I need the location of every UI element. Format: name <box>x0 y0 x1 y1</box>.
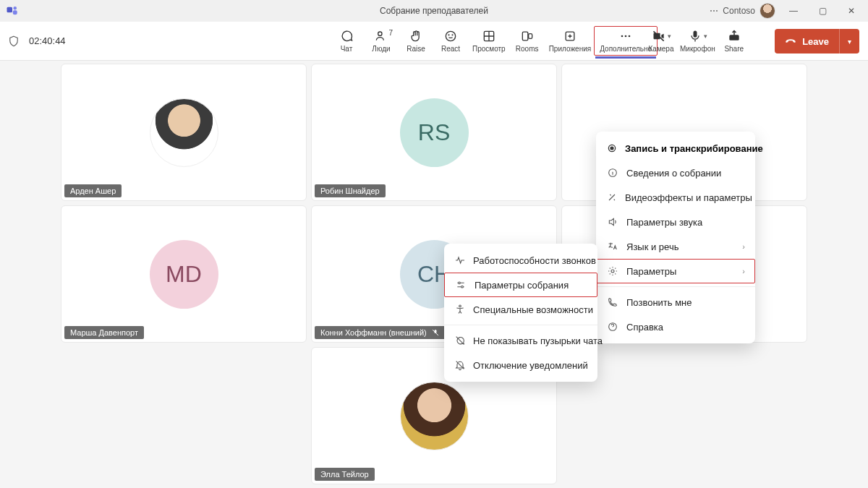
sparkle-icon <box>606 191 618 204</box>
chevron-down-icon: ▾ <box>668 33 671 40</box>
muted-icon <box>431 328 440 337</box>
react-button[interactable]: React <box>433 27 468 54</box>
svg-point-27 <box>461 286 464 288</box>
participant-name-tag: Марша Давенпорт <box>64 326 144 339</box>
record-icon <box>606 142 618 155</box>
menu-separator <box>444 325 597 325</box>
svg-point-26 <box>459 282 461 284</box>
more-active-underline <box>595 56 656 59</box>
svg-rect-9 <box>528 34 532 39</box>
rooms-icon <box>520 29 535 43</box>
participant-avatar <box>400 382 469 450</box>
menu-separator <box>596 286 755 287</box>
microphone-icon: ▾ <box>688 29 707 43</box>
menu-item-meeting-info[interactable]: Сведения о собрании <box>596 160 755 185</box>
svg-rect-16 <box>729 35 739 40</box>
chevron-right-icon: › <box>742 267 745 275</box>
view-icon <box>482 29 496 43</box>
apps-button[interactable]: Приложения <box>545 27 596 54</box>
teams-app-icon <box>6 4 19 17</box>
menu-item-video-effects[interactable]: Видеоэффекты и параметры <box>596 185 755 210</box>
sliders-icon <box>454 278 467 291</box>
participant-name-tag: Робин Шнайдер <box>315 184 386 197</box>
participant-tile[interactable]: MD Марша Давенпорт <box>61 205 307 343</box>
hangup-icon <box>785 35 796 47</box>
raise-hand-button[interactable]: Raise <box>399 27 433 54</box>
leave-button[interactable]: Leave ▾ <box>775 29 859 53</box>
view-button[interactable]: Просмотр <box>468 27 510 54</box>
participant-name-tag: Арден Ашер <box>64 184 122 197</box>
share-button[interactable]: Share <box>718 27 750 54</box>
phone-icon <box>606 296 619 309</box>
speaker-icon <box>606 215 619 228</box>
chevron-down-icon: ▾ <box>704 33 707 40</box>
svg-rect-0 <box>7 7 13 13</box>
camera-off-icon: ▾ <box>652 29 671 43</box>
share-icon <box>727 29 741 43</box>
participant-name-tag: Элла Тейлор <box>315 468 375 481</box>
settings-submenu: Работоспособности звонков Параметры собр… <box>444 244 597 382</box>
svg-point-5 <box>448 35 449 35</box>
gear-icon <box>606 265 619 278</box>
raise-hand-icon <box>409 29 423 43</box>
people-count: 7 <box>388 29 393 37</box>
camera-button[interactable]: ▾ Камера <box>645 27 677 54</box>
menu-item-mute-notifications[interactable]: Отключение уведомлений <box>444 353 597 377</box>
participant-avatar <box>150 98 218 167</box>
svg-point-4 <box>446 31 455 40</box>
window-close-button[interactable]: ✕ <box>841 6 862 16</box>
svg-point-22 <box>610 147 613 150</box>
svg-point-28 <box>459 305 461 307</box>
leave-dropdown[interactable]: ▾ <box>839 29 859 53</box>
chat-off-icon <box>454 334 466 347</box>
participant-tile[interactable]: RS Робин Шнайдер <box>311 64 557 201</box>
chevron-down-icon: ▾ <box>848 38 851 46</box>
window-minimize-button[interactable]: — <box>783 6 804 16</box>
chevron-right-icon: › <box>742 242 745 251</box>
profile-avatar[interactable] <box>760 3 775 19</box>
rooms-button[interactable]: Rooms <box>510 27 545 54</box>
participant-tile[interactable]: Арден Ашер <box>61 64 307 201</box>
bell-off-icon <box>454 359 466 372</box>
apps-icon <box>563 29 577 43</box>
more-icon <box>618 29 633 43</box>
menu-item-hide-bubbles[interactable]: Не показывать пузырьки чата <box>444 328 597 353</box>
svg-point-12 <box>625 35 627 38</box>
participant-name-tag: Конни Хоффманн (внешний) <box>315 326 446 339</box>
svg-rect-15 <box>693 31 697 38</box>
svg-point-24 <box>611 270 614 273</box>
menu-item-meeting-options[interactable]: Параметры собрания <box>444 273 597 297</box>
menu-item-call-health[interactable]: Работоспособности звонков <box>444 248 597 273</box>
svg-rect-8 <box>522 32 528 40</box>
meeting-timer: 02:40:44 <box>29 35 66 46</box>
pulse-icon <box>454 254 466 267</box>
svg-rect-2 <box>13 10 17 14</box>
svg-point-1 <box>14 7 17 10</box>
chat-icon <box>339 29 354 43</box>
privacy-shield-icon[interactable] <box>7 35 20 48</box>
microphone-button[interactable]: ▾ Микрофон <box>677 27 718 54</box>
window-maximize-button[interactable]: ▢ <box>812 6 833 16</box>
svg-point-13 <box>629 35 631 38</box>
video-stage: Арден Ашер RS Робин Шнайдер MD Марша Дав… <box>0 61 868 488</box>
people-button[interactable]: 7 Люди <box>364 27 399 54</box>
menu-item-language[interactable]: Язык и речь › <box>596 234 755 259</box>
menu-item-call-me[interactable]: Позвонить мне <box>596 290 755 314</box>
menu-item-accessibility[interactable]: Специальные возможности <box>444 297 597 322</box>
meeting-toolbar: 02:40:44 Чат 7 Люди Raise React Просмотр <box>0 22 868 61</box>
info-icon <box>606 166 619 179</box>
svg-point-11 <box>621 35 624 38</box>
more-menu: Запись и транскрибирование Сведения о со… <box>596 132 755 343</box>
leave-label: Leave <box>802 36 829 47</box>
menu-item-record[interactable]: Запись и транскрибирование <box>596 136 755 160</box>
meeting-title: Собрание преподавателей <box>380 6 488 16</box>
ellipsis-icon[interactable]: ⋯ <box>710 6 718 16</box>
accessibility-icon <box>454 303 466 316</box>
react-icon <box>443 29 458 43</box>
help-icon <box>606 320 619 333</box>
chat-button[interactable]: Чат <box>329 27 364 54</box>
menu-item-settings[interactable]: Параметры › <box>596 259 755 283</box>
menu-item-help[interactable]: Справка <box>596 314 755 339</box>
participant-avatar: MD <box>150 240 218 309</box>
menu-item-audio[interactable]: Параметры звука <box>596 210 755 234</box>
